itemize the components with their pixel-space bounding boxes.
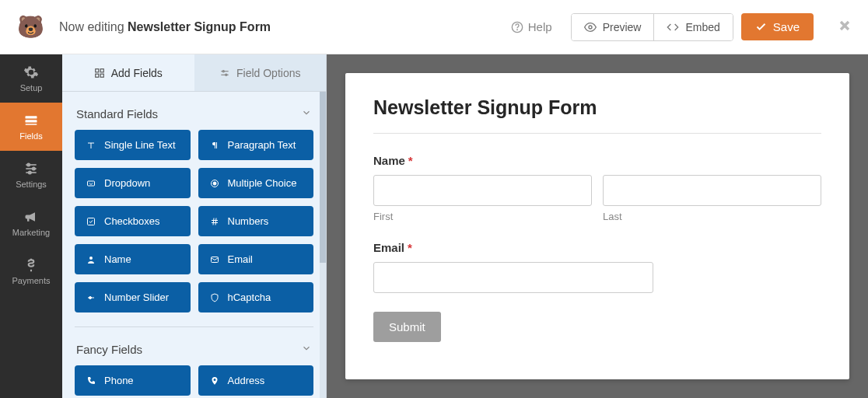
svg-rect-14 bbox=[95, 68, 98, 72]
svg-point-33 bbox=[89, 296, 92, 298]
field-numbers[interactable]: Numbers bbox=[198, 206, 314, 236]
radio-icon bbox=[209, 178, 220, 189]
nav-settings[interactable]: Settings bbox=[0, 151, 62, 199]
required-indicator: * bbox=[408, 154, 413, 167]
tab-add-fields[interactable]: Add Fields bbox=[62, 54, 194, 91]
standard-fields-grid: Single Line Text Paragraph Text Dropdown… bbox=[75, 130, 313, 312]
svg-rect-25 bbox=[88, 218, 95, 225]
grid-icon bbox=[94, 68, 105, 79]
code-icon bbox=[667, 21, 679, 33]
section-fancy-fields[interactable]: Fancy Fields bbox=[75, 338, 313, 365]
form-field-name[interactable]: Name* First Last bbox=[373, 154, 821, 222]
field-email[interactable]: Email bbox=[198, 244, 314, 274]
user-icon bbox=[86, 254, 96, 265]
phone-icon bbox=[86, 375, 96, 386]
checkbox-icon bbox=[86, 216, 96, 227]
preview-embed-group: Preview Embed bbox=[571, 13, 733, 41]
scrollbar-thumb[interactable] bbox=[320, 92, 326, 263]
fancy-fields-grid: Phone Address bbox=[75, 365, 313, 396]
embed-button[interactable]: Embed bbox=[653, 14, 732, 40]
field-multiple-choice[interactable]: Multiple Choice bbox=[198, 168, 314, 198]
chevron-down-icon bbox=[301, 107, 312, 120]
sidebar-tabs: Add Fields Field Options bbox=[62, 54, 326, 92]
svg-point-12 bbox=[33, 167, 35, 169]
field-dropdown[interactable]: Dropdown bbox=[75, 168, 191, 198]
svg-rect-17 bbox=[100, 74, 103, 77]
hash-icon bbox=[209, 216, 220, 227]
gear-icon bbox=[23, 65, 39, 80]
eye-icon bbox=[584, 21, 597, 33]
svg-line-28 bbox=[213, 218, 214, 225]
check-icon bbox=[755, 21, 767, 33]
slider-icon bbox=[86, 292, 96, 303]
svg-point-30 bbox=[89, 257, 93, 260]
email-input[interactable] bbox=[373, 262, 653, 293]
section-standard-fields[interactable]: Standard Fields bbox=[75, 103, 313, 130]
nav-setup[interactable]: Setup bbox=[0, 54, 62, 103]
save-button[interactable]: Save bbox=[741, 13, 814, 40]
preview-button[interactable]: Preview bbox=[572, 14, 654, 40]
options-icon bbox=[219, 68, 230, 79]
required-indicator: * bbox=[408, 241, 412, 254]
text-icon bbox=[86, 140, 96, 151]
first-sublabel: First bbox=[373, 211, 592, 222]
svg-point-1 bbox=[516, 30, 517, 30]
page-title: Now editing Newsletter Signup Form bbox=[59, 20, 271, 34]
chevron-down-icon bbox=[301, 343, 312, 356]
dropdown-icon bbox=[86, 178, 96, 189]
email-label: Email* bbox=[373, 241, 821, 254]
field-checkboxes[interactable]: Checkboxes bbox=[75, 206, 191, 236]
topbar: 🐻 Now editing Newsletter Signup Form Hel… bbox=[0, 0, 868, 54]
field-number-slider[interactable]: Number Slider bbox=[75, 282, 191, 312]
last-sublabel: Last bbox=[603, 211, 821, 222]
help-icon bbox=[511, 21, 523, 33]
svg-rect-15 bbox=[100, 68, 103, 72]
topbar-actions: Help Preview Embed Save bbox=[511, 13, 852, 41]
left-nav: Setup Fields Settings Marketing Payments bbox=[0, 54, 62, 398]
fields-sidebar: Add Fields Field Options Standard Fields… bbox=[62, 54, 327, 398]
svg-rect-6 bbox=[26, 120, 37, 122]
svg-point-24 bbox=[213, 182, 216, 185]
section-divider bbox=[75, 326, 313, 327]
svg-point-11 bbox=[27, 163, 30, 166]
field-name[interactable]: Name bbox=[75, 244, 191, 274]
nav-fields[interactable]: Fields bbox=[0, 103, 62, 151]
pin-icon bbox=[209, 375, 220, 386]
sliders-icon bbox=[23, 161, 39, 176]
field-paragraph-text[interactable]: Paragraph Text bbox=[198, 130, 314, 160]
tab-field-options[interactable]: Field Options bbox=[194, 54, 327, 91]
name-label: Name* bbox=[373, 154, 821, 167]
bullhorn-icon bbox=[23, 209, 39, 225]
form-canvas[interactable]: Newsletter Signup Form Name* First Last … bbox=[345, 73, 849, 379]
field-address[interactable]: Address bbox=[198, 365, 314, 396]
svg-rect-16 bbox=[95, 74, 98, 77]
field-single-line-text[interactable]: Single Line Text bbox=[75, 130, 191, 160]
form-canvas-wrap: Newsletter Signup Form Name* First Last … bbox=[327, 54, 868, 398]
submit-button[interactable]: Submit bbox=[373, 312, 441, 342]
sidebar-scrollbar[interactable] bbox=[320, 92, 326, 398]
form-title[interactable]: Newsletter Signup Form bbox=[373, 96, 821, 134]
shield-icon bbox=[209, 292, 220, 303]
svg-line-29 bbox=[215, 218, 216, 225]
svg-point-2 bbox=[589, 26, 592, 29]
fields-icon bbox=[23, 113, 39, 128]
envelope-icon bbox=[209, 254, 220, 265]
last-name-input[interactable] bbox=[603, 175, 821, 206]
svg-point-13 bbox=[29, 171, 31, 173]
nav-marketing[interactable]: Marketing bbox=[0, 199, 62, 247]
form-field-email[interactable]: Email* bbox=[373, 241, 821, 293]
close-icon bbox=[837, 18, 852, 33]
paragraph-icon bbox=[209, 140, 220, 151]
nav-payments[interactable]: Payments bbox=[0, 247, 62, 295]
help-link[interactable]: Help bbox=[511, 20, 552, 33]
first-name-input[interactable] bbox=[373, 175, 592, 206]
close-button[interactable] bbox=[837, 18, 852, 37]
svg-rect-7 bbox=[26, 124, 37, 125]
dollar-icon bbox=[23, 257, 39, 273]
svg-rect-5 bbox=[26, 116, 37, 118]
field-phone[interactable]: Phone bbox=[75, 365, 191, 396]
field-hcaptcha[interactable]: hCaptcha bbox=[198, 282, 314, 312]
app-logo: 🐻 bbox=[16, 12, 45, 42]
